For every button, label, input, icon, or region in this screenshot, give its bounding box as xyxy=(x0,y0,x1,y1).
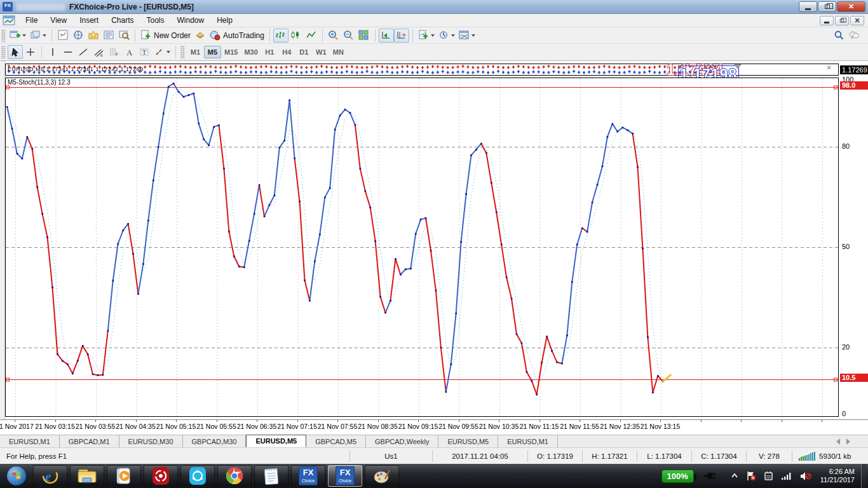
stochastic-pane[interactable]: M5-Stoch(11,3,3) 12.3 xyxy=(5,78,839,417)
child-minimize-button[interactable] xyxy=(820,16,834,25)
taskbar-chrome-icon[interactable] xyxy=(217,465,252,487)
candlestick-chart-icon[interactable] xyxy=(288,29,304,43)
dropdown-caret-icon[interactable] xyxy=(451,34,455,37)
menu-tools[interactable]: Tools xyxy=(140,15,171,26)
arrow-objects-icon[interactable] xyxy=(152,45,172,59)
strategy-tester-icon[interactable] xyxy=(116,29,132,43)
menu-insert[interactable]: Insert xyxy=(73,15,105,26)
stochastic-canvas[interactable] xyxy=(6,78,838,416)
menu-file[interactable]: File xyxy=(19,15,44,26)
tab-eurusd-m1-8[interactable]: EURUSD,M1 xyxy=(498,435,558,447)
tab-eurusd-m5-4[interactable]: EURUSD,M5 xyxy=(246,435,306,447)
new-order-button[interactable]: New Order xyxy=(139,29,193,43)
menu-help[interactable]: Help xyxy=(210,15,239,26)
autotrading-button[interactable]: AutoTrading xyxy=(208,29,266,43)
dropdown-caret-icon[interactable] xyxy=(22,34,26,37)
tab-gbpcad-m30-3[interactable]: GBPCAD,M30 xyxy=(183,435,247,447)
dropdown-caret-icon[interactable] xyxy=(431,34,435,37)
fibonacci-retracement-icon[interactable]: F xyxy=(106,45,121,59)
taskbar-paint-icon[interactable] xyxy=(365,465,399,487)
chart-shift-icon[interactable] xyxy=(394,29,409,43)
network-signal-icon[interactable] xyxy=(781,471,792,480)
show-hidden-icons[interactable] xyxy=(731,473,738,479)
menu-charts[interactable]: Charts xyxy=(105,15,140,26)
toolbar-grip[interactable] xyxy=(1,46,6,58)
crosshair-icon[interactable] xyxy=(23,45,38,59)
child-restore-button[interactable] xyxy=(835,16,849,25)
line-chart-icon[interactable] xyxy=(304,29,319,43)
time-axis[interactable]: 21 Nov 201721 Nov 03:1521 Nov 03:5521 No… xyxy=(0,419,868,435)
zoom-in-icon[interactable] xyxy=(326,29,341,43)
auto-scroll-icon[interactable] xyxy=(379,29,394,43)
timeframe-h1[interactable]: H1 xyxy=(261,46,278,58)
equidistant-channel-icon[interactable]: E xyxy=(91,45,106,59)
timeframe-m5[interactable]: M5 xyxy=(204,46,221,58)
dropdown-caret-icon[interactable] xyxy=(43,34,46,37)
timeframe-m30[interactable]: M30 xyxy=(241,46,261,58)
tab-eurusd-m30-2[interactable]: EURUSD,M30 xyxy=(119,435,183,447)
cursor-icon[interactable] xyxy=(8,45,23,59)
taskbar-windows-explorer-icon[interactable] xyxy=(70,465,104,487)
timeframe-m15[interactable]: M15 xyxy=(221,46,241,58)
tab-scroll-right-icon[interactable] xyxy=(846,438,850,445)
clock[interactable]: 6:26 AM11/21/2017 xyxy=(820,468,855,484)
timeframe-h4[interactable]: H4 xyxy=(278,46,295,58)
taskbar-shareit-icon[interactable] xyxy=(180,465,215,487)
profiles-icon[interactable] xyxy=(28,29,48,43)
dropdown-caret-icon[interactable] xyxy=(471,34,475,37)
volume-muted-icon[interactable] xyxy=(800,471,811,481)
price-scale[interactable]: 1.17269 100805020098.010.5 xyxy=(840,61,868,419)
child-close-button[interactable]: ✕ xyxy=(850,16,864,25)
tab-gbpcad-m1-1[interactable]: GBPCAD,M1 xyxy=(60,435,119,447)
menu-window[interactable]: Window xyxy=(171,15,211,26)
taskbar-red-media-app-icon[interactable] xyxy=(144,465,178,487)
text-label-icon[interactable]: T xyxy=(137,45,152,59)
timeframe-w1[interactable]: W1 xyxy=(313,46,330,58)
start-button[interactable] xyxy=(4,465,29,487)
timeframe-m1[interactable]: M1 xyxy=(187,46,204,58)
new-chart-icon[interactable] xyxy=(8,29,28,43)
tab-gbpcad-weekly-6[interactable]: GBPCAD,Weekly xyxy=(366,435,438,447)
templates-icon[interactable] xyxy=(457,29,477,43)
market-watch-icon[interactable] xyxy=(55,29,71,43)
menu-view[interactable]: View xyxy=(44,15,73,26)
taskbar-notepad-icon[interactable] xyxy=(254,465,288,487)
price-pane[interactable]: EURUSD,M5 1.17341 1.17361 1.17242 1.1726… xyxy=(5,64,839,76)
tab-scroll-left-icon[interactable] xyxy=(836,438,840,445)
trendline-icon[interactable] xyxy=(76,45,91,59)
tile-windows-icon[interactable] xyxy=(356,29,372,43)
periods-icon[interactable] xyxy=(437,29,457,43)
tab-eurusd-m5-7[interactable]: EURUSD,M5 xyxy=(438,435,498,447)
pane-close-icon[interactable]: ✕ xyxy=(827,65,832,71)
text-icon[interactable]: A xyxy=(121,45,137,59)
taskbar-internet-explorer-icon[interactable]: e xyxy=(33,465,67,487)
dropdown-caret-icon[interactable] xyxy=(166,51,170,53)
zoom-out-icon[interactable] xyxy=(341,29,356,43)
favorites-icon[interactable] xyxy=(86,29,101,43)
close-button[interactable]: ✕ xyxy=(837,1,865,12)
timeframe-mn[interactable]: MN xyxy=(330,46,347,58)
show-desktop-button[interactable] xyxy=(861,464,867,488)
horizontal-line-icon[interactable] xyxy=(60,45,76,59)
action-center-flag-icon[interactable] xyxy=(746,471,756,481)
tab-eurusd-m1-0[interactable]: EURUSD,M1 xyxy=(0,435,60,447)
battery-indicator[interactable]: 100% xyxy=(661,470,694,483)
minimize-button[interactable] xyxy=(799,1,817,12)
taskbar-fxchoice-1-icon[interactable]: FXChoice xyxy=(291,465,325,487)
bar-chart-icon[interactable] xyxy=(273,29,288,43)
navigator-icon[interactable] xyxy=(71,29,86,43)
installer-tray-icon[interactable] xyxy=(764,471,773,481)
metaeditor-icon[interactable] xyxy=(193,29,208,43)
terminal-icon[interactable] xyxy=(101,29,116,43)
taskbar-fxchoice-2-icon[interactable]: FXChoice xyxy=(328,465,362,487)
indicators-icon[interactable] xyxy=(416,29,437,43)
toolbar-grip[interactable] xyxy=(1,29,6,42)
vertical-line-icon[interactable] xyxy=(45,45,60,59)
timeframe-d1[interactable]: D1 xyxy=(295,46,313,58)
taskbar-media-player-icon[interactable] xyxy=(107,465,141,487)
restore-button[interactable] xyxy=(818,1,836,12)
tab-gbpcad-m5-5[interactable]: GBPCAD,M5 xyxy=(306,435,366,447)
chart-shift-marker[interactable] xyxy=(734,64,742,69)
chat-icon[interactable] xyxy=(846,29,862,43)
toolbar-grip[interactable] xyxy=(180,46,185,58)
